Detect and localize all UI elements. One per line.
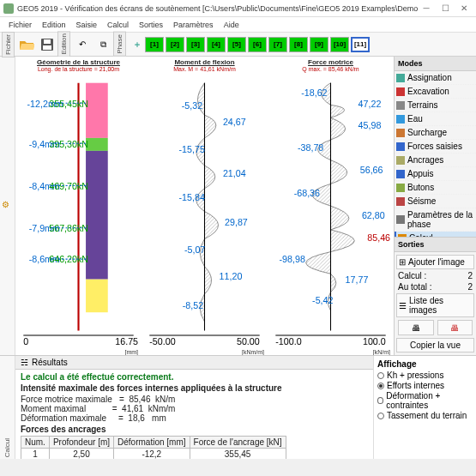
app-icon [3,3,14,14]
chart2-title: Moment de flexion [174,58,234,66]
mode-ancrages[interactable]: Ancrages [395,154,476,167]
svg-text:21,04: 21,04 [223,168,246,178]
save-button[interactable] [38,35,57,54]
svg-text:-50.00: -50.00 [149,336,175,346]
menu-fichier[interactable]: Fichier [3,21,37,29]
svg-text:17,77: 17,77 [346,274,369,285]
phase-2[interactable]: [2] [166,37,184,52]
radio-d-formation-contraintes[interactable]: Déformation + contraintes [377,391,473,410]
toolbar: Fichier Edition ↶ ⧉ Phase ＋ [1][2][3][4]… [0,33,476,57]
copy-view-button[interactable]: Copier la vue [396,338,474,352]
canvas-area: Géometrie de la structure Long. de la st… [15,57,394,355]
svg-text:-5,07: -5,07 [184,244,205,255]
menu-sorties[interactable]: Sorties [134,21,168,29]
svg-rect-7 [86,280,108,313]
mode-icon [396,129,405,137]
chart1-title: Géometrie de la structure [37,58,120,66]
modes-panel: Modes AssignationExcavationTerrainsEauSu… [394,57,476,355]
svg-text:-98,98: -98,98 [280,254,305,264]
add-image-button[interactable]: ⊞Ajouter l'image [396,255,474,269]
mode-eau[interactable]: Eau [395,112,476,126]
svg-text:-68,36: -68,36 [294,188,320,198]
list-images-button[interactable]: ☰Liste des images [396,293,474,317]
mode-icon [396,115,405,124]
mode-icon [396,170,405,178]
menu-edition[interactable]: Edition [37,21,71,29]
svg-text:47,22: 47,22 [359,99,382,109]
phase-4[interactable]: [4] [207,37,226,52]
phase-9[interactable]: [9] [310,37,328,52]
undo-button[interactable]: ↶ [73,35,92,54]
affichage-head: Affichage [377,359,473,369]
modes-head: Modes [395,57,476,71]
phase-1[interactable]: [1] [145,37,164,52]
chart1-sub: Long. de la structure = 21,00m [38,66,119,72]
mode-excavation[interactable]: Excavation [395,85,476,99]
print-color-button[interactable]: 🖶 [437,320,473,335]
open-button[interactable] [17,35,36,54]
phase-5[interactable]: [5] [227,37,246,52]
svg-text:62,80: 62,80 [362,210,385,220]
radio-tassement-du-terrain[interactable]: Tassement du terrain [377,411,473,420]
mode-assignation[interactable]: Assignation [395,71,476,85]
menubar: FichierEditionSaisieCalculSortiesParamèt… [0,17,476,33]
phase-add[interactable]: ＋ [131,39,143,51]
svg-text:16.75: 16.75 [115,336,138,346]
svg-text:11,20: 11,20 [220,271,243,281]
mode-icon [396,87,405,96]
mode-terrains[interactable]: Terrains [395,99,476,112]
maximize-button[interactable]: ☐ [437,3,454,15]
mode-icon [396,215,405,224]
svg-rect-5 [86,138,108,151]
mode-séisme[interactable]: Séisme [395,195,476,208]
menu-saisie[interactable]: Saisie [71,21,103,29]
mode-appuis[interactable]: Appuis [395,167,476,181]
print-button[interactable]: 🖶 [398,320,434,335]
svg-text:100.0: 100.0 [363,336,386,346]
svg-text:-15,75: -15,75 [179,144,205,154]
menu-paramètres[interactable]: Paramètres [168,21,219,29]
svg-rect-4 [86,83,108,138]
chart2-svg: -5,3224,67 -15,7521,04 -15,8429,87 -5,07… [142,74,268,349]
affichage-panel: Affichage Kh + pressionsEfforts internes… [373,356,476,459]
mode-icon [396,101,405,110]
phase-6[interactable]: [6] [248,37,267,52]
vtab-edition[interactable]: Edition [57,31,70,57]
mode-surcharge[interactable]: Surcharge [395,126,476,140]
forces-table: Num.Profondeur [m]Déformation [mm]Force … [21,436,286,459]
minimize-button[interactable]: ─ [418,3,435,15]
mode-paramètres-de-la-phase[interactable]: Paramètres de la phase [395,208,476,232]
svg-text:0: 0 [23,336,28,346]
mode-forces-saisies[interactable]: Forces saisies [395,140,476,154]
svg-text:29,87: 29,87 [225,217,248,227]
menu-aide[interactable]: Aide [219,21,244,29]
radio-kh-pressions[interactable]: Kh + pressions [377,371,473,380]
phase-7[interactable]: [7] [268,37,287,52]
radio-efforts-internes[interactable]: Efforts internes [377,381,473,390]
svg-text:-5,32: -5,32 [182,100,202,111]
status-ok: Le calcul a été effectué correctement. [21,372,368,382]
mode-butons[interactable]: Butons [395,181,476,195]
phase-3[interactable]: [3] [186,37,205,52]
menu-calcul[interactable]: Calcul [102,21,134,29]
mode-icon [396,197,405,206]
mode-icon [396,156,405,165]
svg-text:-38,78: -38,78 [298,142,323,153]
settings-gear-icon[interactable]: ⚙ [2,200,14,212]
chart2-sub: Max. M = 41,61 kNm/m [173,66,236,72]
phase-11[interactable]: [11] [351,37,370,52]
svg-text:50.00: 50.00 [237,336,260,346]
svg-text:-18,62: -18,62 [301,87,327,98]
phase-bar: ＋ [1][2][3][4][5][6][7][8][9][10][11] [131,37,370,52]
vtab-phase[interactable]: Phase [113,32,126,57]
copy-button[interactable]: ⧉ [93,35,112,54]
phase-8[interactable]: [8] [289,37,308,52]
svg-text:45,98: 45,98 [359,120,382,130]
vtab-fichier[interactable]: Fichier [2,32,15,57]
chart3-title: Force motrice [308,58,353,66]
close-button[interactable]: ✕ [455,3,473,15]
svg-text:56,66: 56,66 [360,165,383,175]
vtab-calcul[interactable]: Calcul [2,437,13,459]
phase-10[interactable]: [10] [330,37,349,52]
svg-rect-2 [43,45,51,50]
